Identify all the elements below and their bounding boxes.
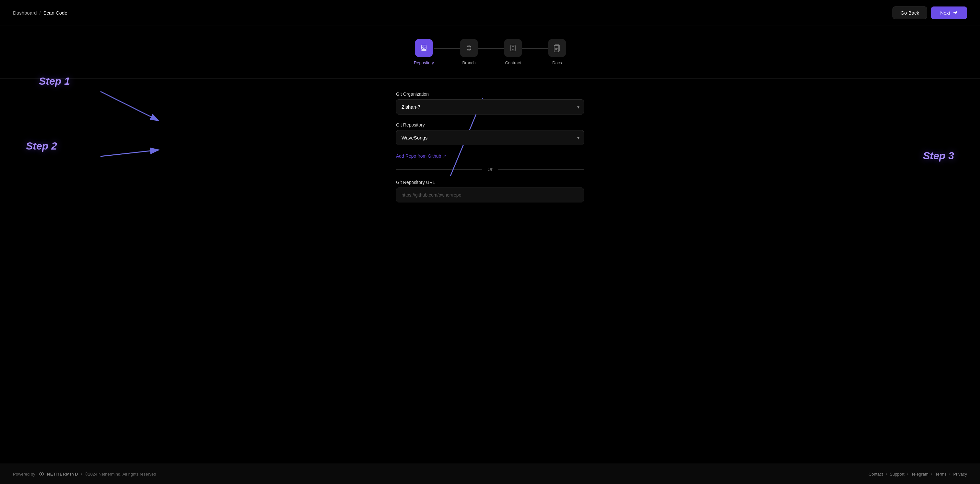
or-text: Or xyxy=(487,167,493,172)
step-repository-label: Repository xyxy=(414,60,434,65)
step1-annotation: Step 1 xyxy=(39,75,70,87)
header-actions: Go Back Next xyxy=(892,6,967,19)
step-connector-3 xyxy=(522,48,548,49)
breadcrumb: Dashboard / Scan Code xyxy=(13,10,67,16)
add-repo-arrow-icon: ↗ xyxy=(442,153,446,159)
next-button[interactable]: Next xyxy=(931,6,967,19)
step-connector-1 xyxy=(434,48,460,49)
svg-rect-4 xyxy=(554,45,559,52)
or-divider: Or xyxy=(396,167,584,172)
git-org-select-wrapper: Zishan-7 ▾ xyxy=(396,99,584,115)
footer-dot-3: • xyxy=(931,472,933,476)
main-content: Repository Branch xyxy=(0,26,980,463)
step-branch-label: Branch xyxy=(462,60,476,65)
stepper: Repository Branch xyxy=(0,39,980,65)
next-label: Next xyxy=(940,10,950,16)
footer-contact-link[interactable]: Contact xyxy=(869,472,883,476)
footer-terms-link[interactable]: Terms xyxy=(935,472,946,476)
go-back-button[interactable]: Go Back xyxy=(892,6,928,19)
next-arrow-icon xyxy=(953,10,958,16)
svg-point-1 xyxy=(467,45,471,51)
add-repo-link-wrapper: Add Repo from Github ↗ xyxy=(396,153,584,159)
breadcrumb-separator: / xyxy=(39,10,40,16)
form-area: Step 1 Step 2 Step 3 xyxy=(0,78,980,216)
footer-right: Contact • Support • Telegram • Terms • P… xyxy=(869,472,967,476)
breadcrumb-home[interactable]: Dashboard xyxy=(13,10,37,16)
footer-dot-4: • xyxy=(949,472,951,476)
git-repo-label: Git Repository xyxy=(396,122,584,128)
add-repo-label: Add Repo from Github xyxy=(396,153,441,159)
git-url-group: Git Repository URL xyxy=(396,180,584,203)
footer-separator: • xyxy=(81,472,82,476)
step-docs-icon xyxy=(548,39,566,57)
step-branch[interactable]: Branch xyxy=(460,39,478,65)
powered-by-text: Powered by xyxy=(13,472,35,476)
step-docs-label: Docs xyxy=(552,60,562,65)
step-contract[interactable]: Contract xyxy=(504,39,522,65)
footer-support-link[interactable]: Support xyxy=(889,472,905,476)
step-connector-2 xyxy=(478,48,504,49)
git-org-group: Git Organization Zishan-7 ▾ xyxy=(396,91,584,115)
repository-form: Git Organization Zishan-7 ▾ Git Reposito… xyxy=(396,91,584,203)
git-org-select[interactable]: Zishan-7 xyxy=(396,99,584,115)
step-contract-icon xyxy=(504,39,522,57)
git-repo-select[interactable]: WaveSongs xyxy=(396,130,584,145)
nethermind-name: NETHERMIND xyxy=(47,472,78,476)
footer-copyright: ©2024 Nethermind. All rights reserved xyxy=(85,472,156,476)
git-url-label: Git Repository URL xyxy=(396,180,584,185)
step-branch-icon xyxy=(460,39,478,57)
step-repository-icon xyxy=(415,39,433,57)
step3-annotation: Step 3 xyxy=(923,150,954,162)
footer-left: Powered by NETHERMIND • ©2024 Nethermind… xyxy=(13,470,156,478)
step-repository[interactable]: Repository xyxy=(414,39,434,65)
footer-dot-2: • xyxy=(907,472,909,476)
footer-telegram-link[interactable]: Telegram xyxy=(911,472,928,476)
breadcrumb-current: Scan Code xyxy=(43,10,67,16)
step-docs[interactable]: Docs xyxy=(548,39,566,65)
add-repo-link[interactable]: Add Repo from Github ↗ xyxy=(396,153,446,159)
git-org-label: Git Organization xyxy=(396,91,584,97)
step2-annotation: Step 2 xyxy=(26,140,57,152)
git-url-input[interactable] xyxy=(396,187,584,203)
git-repo-select-wrapper: WaveSongs ▾ xyxy=(396,130,584,145)
header: Dashboard / Scan Code Go Back Next xyxy=(0,0,980,26)
git-repo-group: Git Repository WaveSongs ▾ xyxy=(396,122,584,145)
step-contract-label: Contract xyxy=(505,60,521,65)
svg-point-9 xyxy=(41,473,44,475)
footer-dot-1: • xyxy=(886,472,887,476)
footer-privacy-link[interactable]: Privacy xyxy=(953,472,967,476)
footer: Powered by NETHERMIND • ©2024 Nethermind… xyxy=(0,463,980,484)
nethermind-logo: NETHERMIND xyxy=(38,470,78,478)
